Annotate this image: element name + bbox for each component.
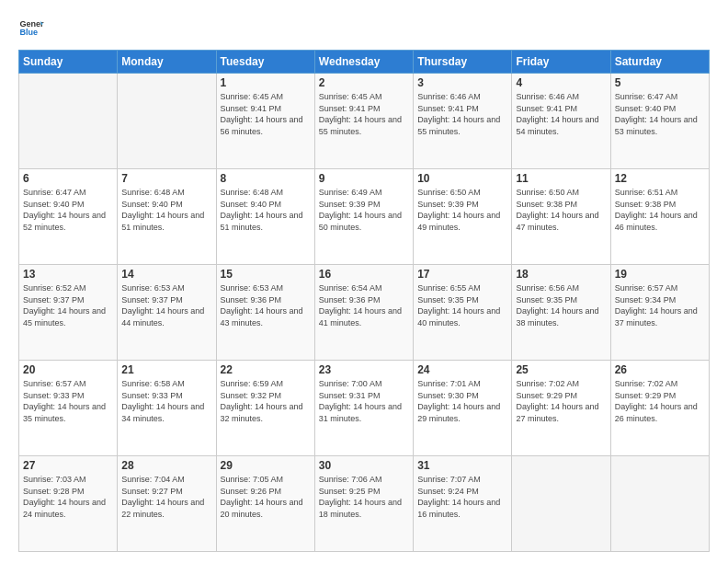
day-number: 18 [516,268,606,281]
day-number: 13 [23,268,113,281]
cell-info: Sunrise: 7:04 AMSunset: 9:27 PMDaylight:… [121,474,211,520]
cell-info: Sunrise: 6:48 AMSunset: 9:40 PMDaylight:… [221,187,311,233]
weekday-header-thursday: Thursday [414,51,512,74]
weekday-header-row: SundayMondayTuesdayWednesdayThursdayFrid… [19,51,710,74]
day-number: 31 [417,459,507,472]
calendar-week-row: 20Sunrise: 6:57 AMSunset: 9:33 PMDayligh… [19,361,710,456]
svg-text:Blue: Blue [19,28,38,37]
calendar-table: SundayMondayTuesdayWednesdayThursdayFrid… [18,50,710,552]
day-number: 27 [23,459,113,472]
calendar-cell: 7Sunrise: 6:48 AMSunset: 9:40 PMDaylight… [118,169,216,265]
cell-info: Sunrise: 6:50 AMSunset: 9:38 PMDaylight:… [516,187,606,233]
calendar-cell: 3Sunrise: 6:46 AMSunset: 9:41 PMDaylight… [414,74,512,169]
day-number: 14 [121,268,211,281]
calendar-cell: 29Sunrise: 7:05 AMSunset: 9:26 PMDayligh… [216,456,314,552]
day-number: 21 [121,363,211,376]
calendar-cell: 11Sunrise: 6:50 AMSunset: 9:38 PMDayligh… [512,169,610,265]
calendar-cell [610,456,709,552]
cell-info: Sunrise: 7:01 AMSunset: 9:30 PMDaylight:… [417,378,507,424]
cell-info: Sunrise: 6:53 AMSunset: 9:36 PMDaylight:… [221,282,311,328]
cell-info: Sunrise: 6:45 AMSunset: 9:41 PMDaylight:… [221,91,311,137]
calendar-week-row: 1Sunrise: 6:45 AMSunset: 9:41 PMDaylight… [19,74,710,169]
cell-info: Sunrise: 7:07 AMSunset: 9:24 PMDaylight:… [417,474,507,520]
cell-info: Sunrise: 6:46 AMSunset: 9:41 PMDaylight:… [516,91,606,137]
cell-info: Sunrise: 7:05 AMSunset: 9:26 PMDaylight:… [221,474,311,520]
calendar-week-row: 13Sunrise: 6:52 AMSunset: 9:37 PMDayligh… [19,265,710,361]
day-number: 2 [319,76,409,89]
calendar-cell: 8Sunrise: 6:48 AMSunset: 9:40 PMDaylight… [216,169,314,265]
day-number: 17 [417,268,507,281]
svg-text:General: General [19,19,44,29]
day-number: 5 [615,76,705,89]
cell-info: Sunrise: 6:47 AMSunset: 9:40 PMDaylight:… [23,187,113,233]
calendar-cell: 14Sunrise: 6:53 AMSunset: 9:37 PMDayligh… [118,265,216,361]
cell-info: Sunrise: 7:06 AMSunset: 9:25 PMDaylight:… [319,474,409,520]
calendar-cell: 21Sunrise: 6:58 AMSunset: 9:33 PMDayligh… [118,361,216,456]
day-number: 19 [615,268,705,281]
day-number: 20 [23,363,113,376]
calendar-cell: 9Sunrise: 6:49 AMSunset: 9:39 PMDaylight… [314,169,413,265]
day-number: 25 [516,363,606,376]
cell-info: Sunrise: 6:59 AMSunset: 9:32 PMDaylight:… [221,378,311,424]
cell-info: Sunrise: 6:57 AMSunset: 9:34 PMDaylight:… [615,282,705,328]
calendar-cell: 15Sunrise: 6:53 AMSunset: 9:36 PMDayligh… [216,265,314,361]
calendar-cell: 27Sunrise: 7:03 AMSunset: 9:28 PMDayligh… [19,456,118,552]
calendar-cell [118,74,216,169]
cell-info: Sunrise: 6:46 AMSunset: 9:41 PMDaylight:… [417,91,507,137]
day-number: 24 [417,363,507,376]
day-number: 8 [221,172,311,185]
calendar-cell: 17Sunrise: 6:55 AMSunset: 9:35 PMDayligh… [414,265,512,361]
calendar-cell [512,456,610,552]
calendar-week-row: 6Sunrise: 6:47 AMSunset: 9:40 PMDaylight… [19,169,710,265]
day-number: 10 [417,172,507,185]
calendar-cell: 2Sunrise: 6:45 AMSunset: 9:41 PMDaylight… [314,74,413,169]
calendar-cell: 30Sunrise: 7:06 AMSunset: 9:25 PMDayligh… [314,456,413,552]
logo-icon: General Blue [18,15,44,40]
cell-info: Sunrise: 6:48 AMSunset: 9:40 PMDaylight:… [121,187,211,233]
weekday-header-wednesday: Wednesday [314,51,413,74]
weekday-header-friday: Friday [512,51,610,74]
calendar-cell: 31Sunrise: 7:07 AMSunset: 9:24 PMDayligh… [414,456,512,552]
calendar-cell [19,74,118,169]
weekday-header-sunday: Sunday [19,51,118,74]
cell-info: Sunrise: 7:02 AMSunset: 9:29 PMDaylight:… [615,378,705,424]
cell-info: Sunrise: 6:51 AMSunset: 9:38 PMDaylight:… [615,187,705,233]
day-number: 15 [221,268,311,281]
day-number: 9 [319,172,409,185]
cell-info: Sunrise: 6:56 AMSunset: 9:35 PMDaylight:… [516,282,606,328]
day-number: 6 [23,172,113,185]
calendar-cell: 22Sunrise: 6:59 AMSunset: 9:32 PMDayligh… [216,361,314,456]
day-number: 22 [221,363,311,376]
cell-info: Sunrise: 6:52 AMSunset: 9:37 PMDaylight:… [23,282,113,328]
calendar-cell: 19Sunrise: 6:57 AMSunset: 9:34 PMDayligh… [610,265,709,361]
weekday-header-saturday: Saturday [610,51,709,74]
calendar-cell: 1Sunrise: 6:45 AMSunset: 9:41 PMDaylight… [216,74,314,169]
cell-info: Sunrise: 7:00 AMSunset: 9:31 PMDaylight:… [319,378,409,424]
calendar-cell: 23Sunrise: 7:00 AMSunset: 9:31 PMDayligh… [314,361,413,456]
weekday-header-monday: Monday [118,51,216,74]
cell-info: Sunrise: 7:02 AMSunset: 9:29 PMDaylight:… [516,378,606,424]
calendar-cell: 16Sunrise: 6:54 AMSunset: 9:36 PMDayligh… [314,265,413,361]
cell-info: Sunrise: 6:49 AMSunset: 9:39 PMDaylight:… [319,187,409,233]
logo: General Blue [18,15,44,40]
calendar-cell: 18Sunrise: 6:56 AMSunset: 9:35 PMDayligh… [512,265,610,361]
calendar-week-row: 27Sunrise: 7:03 AMSunset: 9:28 PMDayligh… [19,456,710,552]
cell-info: Sunrise: 6:50 AMSunset: 9:39 PMDaylight:… [417,187,507,233]
day-number: 30 [319,459,409,472]
day-number: 11 [516,172,606,185]
cell-info: Sunrise: 6:47 AMSunset: 9:40 PMDaylight:… [615,91,705,137]
cell-info: Sunrise: 6:45 AMSunset: 9:41 PMDaylight:… [319,91,409,137]
day-number: 23 [319,363,409,376]
cell-info: Sunrise: 6:58 AMSunset: 9:33 PMDaylight:… [121,378,211,424]
calendar-cell: 13Sunrise: 6:52 AMSunset: 9:37 PMDayligh… [19,265,118,361]
day-number: 28 [121,459,211,472]
day-number: 12 [615,172,705,185]
calendar-cell: 10Sunrise: 6:50 AMSunset: 9:39 PMDayligh… [414,169,512,265]
cell-info: Sunrise: 7:03 AMSunset: 9:28 PMDaylight:… [23,474,113,520]
calendar-cell: 12Sunrise: 6:51 AMSunset: 9:38 PMDayligh… [610,169,709,265]
cell-info: Sunrise: 6:54 AMSunset: 9:36 PMDaylight:… [319,282,409,328]
calendar-cell: 26Sunrise: 7:02 AMSunset: 9:29 PMDayligh… [610,361,709,456]
day-number: 29 [221,459,311,472]
calendar-cell: 5Sunrise: 6:47 AMSunset: 9:40 PMDaylight… [610,74,709,169]
calendar-cell: 25Sunrise: 7:02 AMSunset: 9:29 PMDayligh… [512,361,610,456]
